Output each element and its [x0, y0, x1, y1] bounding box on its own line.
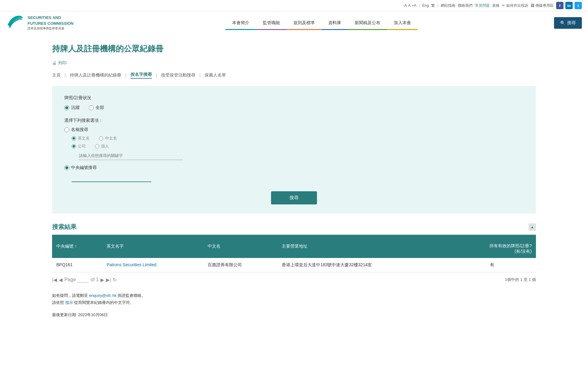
print-icon: 🖨 [52, 61, 56, 65]
breadcrumb: 主頁 ｜ 持牌人及註冊機構的紀錄冊 ｜ 按名字搜尋 ｜ 按受規管活動搜尋 ｜ 保… [52, 72, 536, 79]
logo-text: SECURITIES AND FUTURES COMMISSION 證券及期貨事… [28, 15, 74, 30]
last-page-btn[interactable]: ▶| [106, 277, 111, 283]
search-options: 選擇下列搜索選項： 名稱搜尋 英文名 中文名 [64, 118, 524, 182]
central-code-radio-label[interactable]: 中央編號搜尋 [64, 165, 524, 170]
cell-license: 有 [448, 258, 536, 272]
individual-radio[interactable] [95, 144, 99, 148]
search-submit-button[interactable]: 搜尋 [271, 191, 317, 204]
contact-email-link[interactable]: enquiry@sfc.hk [89, 293, 117, 298]
license-status-label: 牌照/註冊狀況 [64, 95, 524, 101]
results-header: 搜索結果 ▲ [52, 223, 536, 231]
page-label: Page [64, 277, 76, 282]
company-radio[interactable] [72, 144, 76, 148]
collapse-icon[interactable]: ▲ [529, 223, 536, 231]
nav-news[interactable]: 新聞稿及公布 [348, 17, 387, 29]
english-name-radio-label[interactable]: 英文名 [72, 136, 90, 141]
page-title: 持牌人及註冊機構的公眾紀錄冊 [52, 43, 536, 54]
name-search-radio[interactable] [64, 127, 69, 132]
col-chinese-name: 中文名 [203, 235, 277, 258]
breadcrumb-registry[interactable]: 持牌人及註冊機構的紀錄冊 [70, 73, 121, 78]
print-link[interactable]: 🖨 列印 [52, 60, 536, 66]
cell-english-name: Patrons Securities Limited [102, 258, 203, 272]
prev-page-btn[interactable]: ◀ [59, 277, 62, 283]
english-name-radio[interactable] [72, 136, 76, 140]
nav-join[interactable]: 加入本會 [387, 17, 418, 29]
keyword-input[interactable] [79, 151, 183, 160]
results-section: 搜索結果 ▲ 中央編號 ↑ 英文名字 中文名 主要營業地址 [52, 223, 536, 283]
nav-intro[interactable]: 本會簡介 [225, 17, 256, 29]
table-header: 中央編號 ↑ 英文名字 中文名 主要營業地址 持有有效的牌照/註冊? (有/沒有… [52, 235, 536, 258]
license-status-group: 活躍 全部 [64, 105, 524, 110]
refresh-icon[interactable]: ↻ [113, 277, 117, 283]
col-english-name: 英文名字 [102, 235, 203, 258]
logo-bird-icon [6, 14, 24, 31]
entity-name-link[interactable]: Patrons Securities Limited [107, 262, 156, 267]
font-increase[interactable]: +A [412, 3, 417, 8]
header-search-button[interactable]: 🔍 搜尋 [554, 17, 582, 29]
faq-link[interactable]: 常見問題 [475, 3, 490, 8]
main-nav: 本會簡介 監管職能 規則及標準 資料庫 新聞稿及公布 加入本會 [92, 17, 551, 29]
font-size-controls[interactable]: -A A +A [403, 3, 417, 8]
update-date: 最後更新日期: 2022年10月06日 [52, 311, 536, 318]
nav-resources[interactable]: 資料庫 [322, 17, 348, 29]
footer-info: 如有疑問，請電郵至 enquiry@sfc.hk 與證監會聯絡。 請依照 指示 … [52, 292, 536, 318]
guide-link[interactable]: 指示 [65, 300, 73, 305]
col-license: 持有有效的牌照/註冊? (有/沒有) [448, 235, 536, 258]
font-normal[interactable]: A [408, 3, 411, 8]
col-address: 主要營業地址 [277, 235, 448, 258]
name-search-sub-options: 英文名 中文名 公司 個人 [72, 136, 524, 160]
individual-radio-label[interactable]: 個人 [95, 144, 109, 149]
all-radio-label[interactable]: 全部 [89, 105, 104, 110]
entity-type-row: 公司 個人 [72, 144, 524, 149]
breadcrumb-name-search[interactable]: 按名字搜尋 [130, 72, 152, 79]
table-row: BPQ161 Patrons Securities Limited 百惠證券有限… [52, 258, 536, 272]
guide-info: 請依照 指示 從而閱覽本紀錄冊內的中文字符。 [52, 299, 536, 306]
active-radio[interactable] [64, 105, 69, 110]
linkedin-icon[interactable]: in [565, 2, 573, 9]
results-title-text: 搜索結果 [52, 223, 77, 231]
company-radio-label[interactable]: 公司 [72, 144, 86, 149]
lang-zh[interactable]: 繁 [431, 3, 435, 8]
result-count: 1個中的 1 至 1 個 [505, 277, 536, 282]
table-header-row: 中央編號 ↑ 英文名字 中文名 主要營業地址 持有有效的牌照/註冊? (有/沒有… [52, 235, 536, 258]
chinese-name-radio-label[interactable]: 中文名 [99, 136, 117, 141]
logo-area[interactable]: SECURITIES AND FUTURES COMMISSION 證券及期貨事… [6, 14, 92, 31]
pagination: |◀ ◀ Page 1 of 1 ▶ ▶| ↻ 1個中的 1 至 1 個 [52, 277, 536, 283]
central-code-input[interactable]: BPQ161 [72, 173, 151, 182]
site-guide-link[interactable]: 網站指南 [441, 3, 455, 8]
contact-info: 如有疑問，請電郵至 enquiry@sfc.hk 與證監會聯絡。 [52, 292, 536, 299]
search-options-title: 選擇下列搜索選項： [64, 118, 524, 123]
top-bar: -A A +A | Eng 繁 | 網站指南 聯絡我們 常見問題 表格 ✏ 如何… [0, 0, 588, 11]
twitter-icon[interactable]: t [575, 2, 582, 9]
table-body: BPQ161 Patrons Securities Limited 百惠證券有限… [52, 258, 536, 272]
name-search-radio-label[interactable]: 名稱搜尋 [64, 127, 524, 133]
font-decrease[interactable]: -A [403, 3, 407, 8]
cell-central-code: BPQ161 [52, 258, 102, 272]
breadcrumb-home[interactable]: 主頁 [52, 73, 61, 78]
breadcrumb-sponsor-list[interactable]: 保薦人名單 [205, 73, 226, 78]
next-page-btn[interactable]: ▶ [100, 277, 104, 283]
social-icons: f in t [556, 2, 582, 9]
search-btn-container: 搜尋 [64, 191, 524, 204]
central-code-radio[interactable] [64, 165, 69, 170]
breadcrumb-activity-search[interactable]: 按受規管活動搜尋 [161, 73, 195, 78]
nav-regulation[interactable]: 監管職能 [256, 17, 287, 29]
media-link[interactable]: 🖼 傳媒專用區 [531, 3, 554, 8]
page-content: 持牌人及註冊機構的公眾紀錄冊 🖨 列印 主頁 ｜ 持牌人及註冊機構的紀錄冊 ｜ … [0, 34, 588, 327]
lang-en[interactable]: Eng [422, 3, 429, 8]
all-radio[interactable] [89, 105, 94, 110]
forms-link[interactable]: 表格 [492, 3, 499, 8]
active-radio-label[interactable]: 活躍 [64, 105, 80, 110]
facebook-icon[interactable]: f [556, 2, 564, 9]
first-page-btn[interactable]: |◀ [52, 277, 57, 283]
complaint-link[interactable]: ✏ 如何作出投訴 [502, 3, 528, 8]
cell-chinese-name: 百惠證券有限公司 [203, 258, 277, 272]
nav-rules[interactable]: 規則及標準 [287, 17, 322, 29]
page-input[interactable]: 1 [78, 277, 89, 283]
cell-address: 香港上環皇后大道中183號中達大廈32樓3214室 [277, 258, 448, 272]
results-table: 中央編號 ↑ 英文名字 中文名 主要營業地址 持有有效的牌照/註冊? (有/沒有… [52, 235, 536, 272]
col-central-code: 中央編號 ↑ [52, 235, 102, 258]
name-type-row: 英文名 中文名 [72, 136, 524, 141]
contact-link[interactable]: 聯絡我們 [458, 3, 473, 8]
chinese-name-radio[interactable] [99, 136, 103, 140]
